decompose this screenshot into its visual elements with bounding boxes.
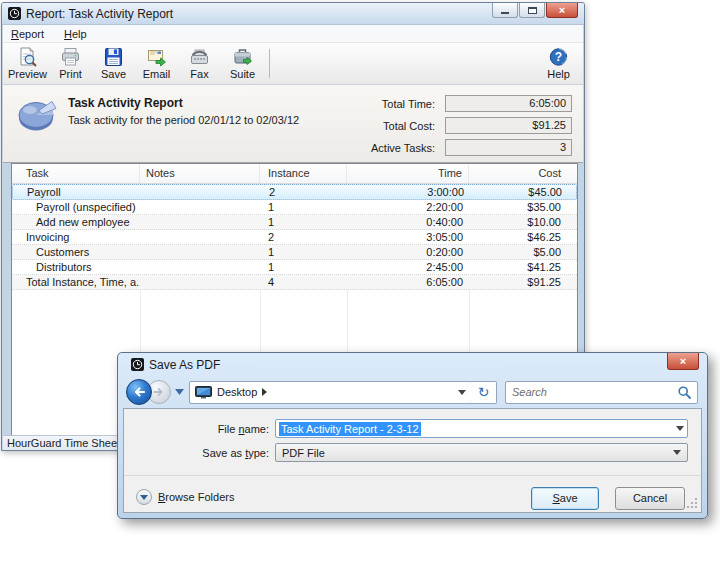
active-tasks-row: Active Tasks: 3: [315, 139, 572, 156]
minimize-button[interactable]: [492, 3, 518, 18]
chevron-down-icon: [140, 495, 148, 500]
search-icon[interactable]: [678, 386, 691, 399]
window-titlebar[interactable]: Report: Task Activity Report ×: [2, 3, 584, 25]
save-type-select[interactable]: PDF File: [275, 443, 688, 462]
save-type-dropdown[interactable]: [673, 450, 681, 455]
help-button[interactable]: ? Help: [537, 44, 580, 83]
total-cost-label: Total Cost:: [315, 120, 435, 132]
browse-folders-toggle[interactable]: Browse Folders: [136, 489, 234, 505]
svg-text:?: ?: [555, 50, 562, 64]
help-label: Help: [547, 68, 570, 80]
close-button[interactable]: ×: [546, 3, 578, 18]
chevron-down-icon: [676, 426, 684, 431]
preview-button[interactable]: Preview: [6, 44, 49, 83]
column-header-time[interactable]: Time: [347, 164, 469, 183]
dialog-footer: Browse Folders Save Cancel: [124, 475, 701, 512]
print-button[interactable]: Print: [49, 44, 92, 83]
total-time-label: Total Time:: [315, 98, 435, 110]
app-icon: [8, 7, 21, 20]
print-label: Print: [59, 68, 82, 80]
maximize-button[interactable]: [519, 3, 545, 18]
cancel-button[interactable]: Cancel: [615, 487, 685, 510]
report-title: Task Activity Report: [68, 96, 183, 110]
expand-circle: [136, 489, 152, 505]
save-label: Save: [101, 68, 126, 80]
menu-bar: Report Help: [3, 25, 583, 43]
column-header-instance[interactable]: Instance: [260, 164, 347, 183]
preview-label: Preview: [8, 68, 47, 80]
table-row[interactable]: Distributors 1 2:45:00 $41.25: [12, 260, 577, 275]
menu-help[interactable]: Help: [64, 28, 87, 40]
dialog-title: Save As PDF: [149, 358, 220, 372]
chevron-down-icon: [175, 389, 184, 395]
recent-pages-dropdown[interactable]: [175, 389, 184, 395]
toolbar: Preview Print: [3, 43, 583, 85]
total-cost-row: Total Cost: $91.25: [315, 117, 572, 134]
email-icon: [146, 47, 167, 67]
suite-button[interactable]: Suite: [221, 44, 264, 83]
refresh-button[interactable]: ↻: [471, 381, 497, 404]
fax-icon: [189, 47, 210, 67]
suite-icon: [232, 47, 253, 67]
back-arrow-icon: [131, 384, 147, 400]
report-subtitle: Task activity for the period 02/01/12 to…: [68, 114, 299, 126]
file-name-input[interactable]: Task Activity Report - 2-3-12: [275, 419, 688, 438]
save-type-label: Save as type:: [124, 447, 269, 459]
file-name-value: Task Activity Report - 2-3-12: [279, 422, 421, 436]
pie-chart-icon: [16, 92, 60, 136]
save-button[interactable]: Save: [531, 487, 599, 510]
toolbar-spacer: [275, 44, 537, 83]
file-name-dropdown[interactable]: [676, 426, 684, 431]
caption-buttons: ×: [492, 3, 578, 18]
save-icon: [103, 47, 124, 67]
report-header: Task Activity Report Task activity for t…: [3, 85, 583, 163]
table-row-total[interactable]: Total Instance, Time, a... 4 6:05:00 $91…: [12, 275, 577, 290]
address-bar[interactable]: Desktop: [189, 381, 472, 404]
dialog-app-icon: [131, 358, 144, 371]
menu-report[interactable]: Report: [11, 28, 44, 40]
table-row[interactable]: Payroll (unspecified) 1 2:20:00 $35.00: [12, 200, 577, 215]
screen: Report: Task Activity Report × Report He…: [0, 0, 720, 588]
email-button[interactable]: Email: [135, 44, 178, 83]
print-icon: [60, 47, 81, 67]
column-header-notes[interactable]: Notes: [140, 164, 260, 183]
dialog-close-button[interactable]: ×: [667, 353, 699, 370]
suite-label: Suite: [230, 68, 255, 80]
column-header-cost[interactable]: Cost: [469, 164, 578, 183]
table-row[interactable]: Customers 1 0:20:00 $5.00: [12, 245, 577, 260]
dialog-nav-bar: Desktop ↻: [118, 376, 707, 408]
forward-arrow-icon: [152, 385, 166, 399]
status-text: HourGuard Time Sheet: [7, 437, 120, 449]
save-button[interactable]: Save: [92, 44, 135, 83]
table-row[interactable]: Add new employee 1 0:40:00 $10.00: [12, 215, 577, 230]
save-type-value: PDF File: [282, 447, 673, 459]
active-tasks-value: 3: [445, 139, 572, 156]
dialog-titlebar[interactable]: Save As PDF: [118, 353, 707, 376]
help-icon: ?: [548, 47, 569, 67]
address-dropdown-icon[interactable]: [458, 390, 466, 395]
breadcrumb-location[interactable]: Desktop: [217, 386, 257, 398]
save-as-pdf-dialog: Save As PDF ×: [117, 352, 708, 519]
preview-icon: [17, 47, 38, 67]
active-tasks-label: Active Tasks:: [315, 142, 435, 154]
table-row[interactable]: Invoicing 2 3:05:00 $46.25: [12, 230, 577, 245]
file-name-label: File name:: [124, 423, 269, 435]
fax-button[interactable]: Fax: [178, 44, 221, 83]
toolbar-separator: [269, 49, 270, 78]
column-header-task[interactable]: Task: [12, 164, 140, 183]
close-icon: ×: [559, 5, 565, 16]
resize-grip[interactable]: [687, 498, 697, 508]
search-input[interactable]: [512, 386, 674, 398]
refresh-icon: ↻: [478, 385, 490, 399]
search-box[interactable]: [505, 381, 698, 404]
total-cost-value: $91.25: [445, 117, 572, 134]
table-header: Task Notes Instance Time Cost: [12, 164, 577, 184]
table-row[interactable]: Payroll 2 3:00:00 $45.00: [12, 184, 577, 200]
close-icon: ×: [680, 356, 686, 367]
back-button[interactable]: [126, 379, 152, 405]
window-title: Report: Task Activity Report: [26, 7, 173, 21]
breadcrumb-arrow-icon[interactable]: [262, 388, 267, 396]
fax-label: Fax: [190, 68, 208, 80]
minimize-icon: [501, 12, 509, 14]
maximize-icon: [528, 7, 537, 14]
